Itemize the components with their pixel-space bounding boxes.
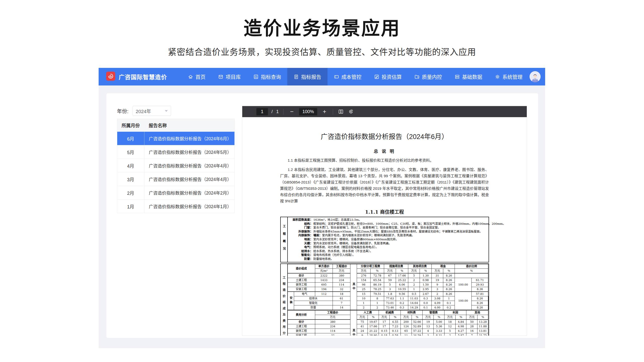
base-data-icon [455,74,460,79]
zoom-out-button[interactable]: − [288,109,296,115]
nav-item-label: 项目库 [226,73,241,80]
cost-row: 土建工程143323415465.545925.2220.98198.26100… [288,278,488,282]
toolbar-divider [283,109,284,115]
nav-item-label: 首页 [195,73,206,80]
overview-row: 智能化：弱电布线系统（光纤引入线路）。 [289,253,506,257]
toolbar-divider [333,109,333,115]
page-total: 1 [276,109,279,114]
project-overview-table: 工程概况 面积层数高度：1636m²，地上6层；总高度23.5m。结构：框架结构… [280,217,489,262]
year-select[interactable]: 2024年 [133,106,171,116]
analysis-row: 合计3807519.67174.5520052.66195.00184.8450… [288,320,488,324]
nav-item-investment-estimate[interactable]: 投资估算 [368,68,408,85]
pdf-viewer: 1 / 1 − 100% + [242,106,527,336]
nav-item-system-settings[interactable]: 系统管理 [489,68,529,85]
nav-item-label: 系统管理 [502,73,522,80]
main-panel: 年份: 2024年 所属月份 报告名称 6月广咨造价指标数据分析报告（2024年… [106,93,538,338]
doc-general-heading: 总 说 明 [280,148,489,154]
report-row[interactable]: 1月广咨造价指标数据分析报告（2024年1月） [117,200,235,213]
overview-row: 电气：照明系统、动力系统（楼层总配电箱至各用电点）。 [289,245,506,249]
cost-tables: 工程造价组成及费用分析 造价组成单方造价工程造价其中分部分项工程费措施项目费其他… [280,263,489,336]
report-table-header-name: 报告名称 [144,119,235,132]
zoom-in-button[interactable]: + [321,109,328,115]
report-name: 广咨造价指标数据分析报告（2024年4月） [144,172,235,186]
nav-item-label: 投资估算 [382,73,402,80]
report-month: 6月 [117,132,144,145]
brand-name: 广咨国际智慧造价 [119,72,167,81]
report-name: 广咨造价指标数据分析报告（2024年2月） [144,186,235,200]
year-label: 年份: [117,107,129,115]
nav-item-cost-control[interactable]: 成本管控 [328,68,368,85]
page-number-input[interactable]: 1 [256,108,268,115]
fit-page-icon [338,109,344,114]
report-table: 所属月份 报告名称 6月广咨造价指标数据分析报告（2024年6月）5月广咨造价指… [117,119,235,213]
analysis-row: 安装工程32928.900.180.581134.5938.3125.87721… [288,333,488,336]
doc-subsection-heading: 1.1.1 商住楼工程 [280,208,489,215]
fit-page-button[interactable] [338,108,344,115]
nav-item-label: 指标查询 [261,73,281,80]
report-month: 3月 [117,172,144,186]
nav-item-project-library[interactable]: 项目库 [212,68,247,85]
project-library-icon [218,74,223,79]
document: 广咨造价指标数据分析报告（2024年6月） 总 说 明 1.1 本指标是工程施工… [280,117,489,336]
overview-row: 内部装饰：墙面：室内属于毛坯，室内墙面水泥砂浆找平；楼梯间满刮腻子、乳胶漆两遍。 [289,234,506,238]
overview-row: 外部装饰：外墙贴长条砖45mm×95mm、干挂25mm大理石；屋面SBS改性沥青… [289,230,506,234]
cost-row: 安装电气112181579.511.89.560.52.6728.26100.0… [288,292,488,296]
report-name: 广咨造价指标数据分析报告（2024年1月） [144,200,235,213]
doc-paragraph-2: 1.2 本指标含民用建筑、工业建筑、其他建筑三个部分，分住宅、办公、文教、体育、… [280,166,489,204]
overview-row: 给排水：给水系统、热水系统、排水系统（不含洁具）。 [289,249,506,253]
overview-row: 门窗：复合木质门、铝合金玻璃门、防火门、金属卷闸门；铝合金推拉窗、铝合金平开窗、… [289,226,506,230]
nav-item-label: 成本管控 [341,73,361,80]
nav-item-quality-control[interactable]: 质量内控 [408,68,448,85]
user-avatar[interactable] [530,71,541,82]
nav-item-label: 基础数据 [462,73,482,80]
report-row[interactable]: 4月广咨造价指标数据分析报告（2024年4月） [117,159,235,172]
nav-item-indicator-query[interactable]: 指标查询 [247,68,287,85]
app-window: 广咨国际智慧造价 首页项目库指标查询指标报告成本管控投资估算质量内控基础数据系统… [99,68,545,348]
investment-estimate-icon [374,74,379,79]
report-table-header-month: 所属月份 [117,119,144,132]
analysis-row: 装饰工程1142421.220.150.136557.2243.3354.271… [288,329,488,333]
nav-item-base-data[interactable]: 基础数据 [448,68,489,85]
overview-body: 面积层数高度：1636m²，地上6层；总高度23.5m。结构：框架结构；泥浆护壁… [288,217,508,262]
cost-side-label: 工程造价组成及费用分析 [281,264,288,336]
content-area: 年份: 2024年 所属月份 报告名称 6月广咨造价指标数据分析报告（2024年… [99,85,545,348]
page-title: 造价业务场景应用 [0,13,644,40]
cost-analysis-table: 费用分析工程造价其中人工费机械费材料费管理费利润其他万元万元%万元%万元%万元%… [288,310,489,336]
pdf-toolbar: 1 / 1 − 100% + [242,106,527,117]
report-row[interactable]: 6月广咨造价指标数据分析报告（2024年6月） [117,132,235,145]
report-table-body: 6月广咨造价指标数据分析报告（2024年6月）5月广咨造价指标数据分析报告（20… [117,132,235,213]
report-name: 广咨造价指标数据分析报告（2024年4月） [144,159,235,172]
doc-title: 广咨造价指标数据分析报告（2024年6月） [280,131,489,141]
report-month: 2月 [117,186,144,200]
report-month: 5月 [117,145,144,159]
nav-menu: 首页项目库指标查询指标报告成本管控投资估算质量内控基础数据系统管理 [182,68,529,85]
report-name: 广咨造价指标数据分析报告（2024年6月） [144,132,235,145]
report-row[interactable]: 2月广咨造价指标数据分析报告（2024年2月） [117,186,235,200]
doc-paragraph-1: 1.1 本指标是工程施工图预算、招标控制价、投标报价和工程造价分析对比的参考资料… [280,157,489,163]
page-subtitle: 紧密结合造价业务场景，实现投资估算、质量管控、文件对比等功能的深入应用 [0,45,644,58]
page-separator: / [271,109,273,114]
zoom-level-input[interactable]: 100% [299,108,317,115]
report-row[interactable]: 5月广咨造价指标数据分析报告（2024年5月） [117,145,235,159]
year-filter: 年份: 2024年 [117,106,171,116]
rotate-button[interactable] [348,108,354,115]
navbar: 广咨国际智慧造价 首页项目库指标查询指标报告成本管控投资估算质量内控基础数据系统… [99,68,545,85]
report-row[interactable]: 3月广咨造价指标数据分析报告（2024年4月） [117,172,235,186]
report-name: 广咨造价指标数据分析报告（2024年5月） [144,145,235,159]
report-month: 4月 [117,159,144,172]
overview-row: 结构：框架结构；泥浆护壁成孔灌注桩，桩径D=800、1000mm；C25、C30… [289,222,506,226]
chevron-down-icon [165,110,168,112]
overview-row: 面积层数高度：1636m²，地上6层；总高度23.5m。 [289,218,506,222]
home-icon [188,74,193,79]
brand: 广咨国际智慧造价 [99,72,167,82]
analysis-row: 土建工程2344117.66177.2312452.89135.36124.98… [288,324,488,329]
overview-side-label: 工程概况 [281,217,288,262]
cost-control-icon [334,74,339,79]
brand-logo-icon [106,72,115,82]
indicator-query-icon [253,74,259,79]
indicator-report-icon [294,74,299,79]
nav-item-home[interactable]: 首页 [182,68,212,85]
nav-item-indicator-report[interactable]: 指标报告 [287,68,328,85]
overview-row: 天棚：室内水泥砂浆找平。楼梯间、设备房满刮腻子、乳胶漆两遍。 [289,242,506,246]
nav-item-label: 指标报告 [301,73,321,80]
